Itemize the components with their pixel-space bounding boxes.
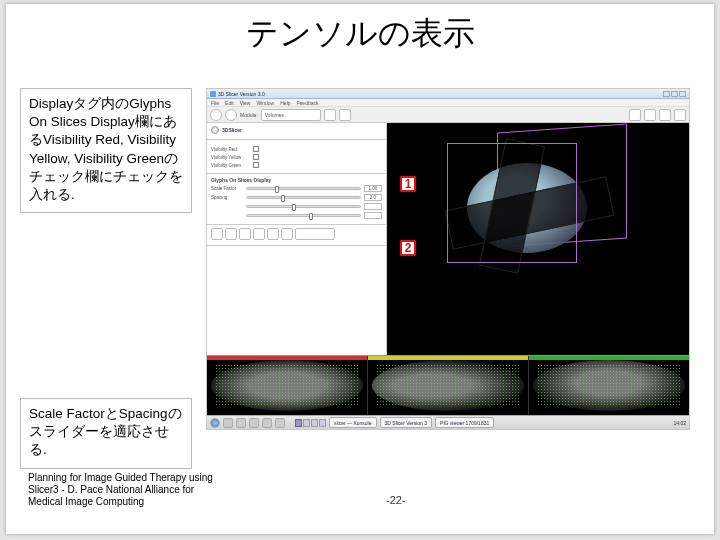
scale-factor-row: Scale Factor 1.00: [211, 185, 382, 192]
scale-factor-thumb[interactable]: [275, 186, 279, 193]
taskbar-icon-1[interactable]: [223, 418, 233, 428]
app-icon: [210, 91, 216, 97]
panel-footer-buttons: [207, 225, 386, 246]
slice-view-red[interactable]: [207, 356, 368, 415]
pager-3[interactable]: [311, 419, 318, 427]
bounding-box-front: [447, 143, 577, 263]
scale-factor-slider[interactable]: [246, 187, 361, 190]
module-label: Module:: [240, 112, 258, 118]
scale-factor-value[interactable]: 1.00: [364, 185, 382, 192]
spacing-slider[interactable]: [246, 196, 361, 199]
menu-file[interactable]: File: [211, 100, 219, 106]
menu-bar: File Edit View Window Help Feedback: [207, 99, 689, 107]
extra-thumb-2[interactable]: [309, 213, 313, 220]
extra-slider-row-2: [211, 212, 382, 219]
taskbar-icon-3[interactable]: [249, 418, 259, 428]
minimize-button[interactable]: [663, 91, 670, 97]
taskbar-icon-4[interactable]: [262, 418, 272, 428]
instruction-box-1: Displayタグ内のGlyphs On Slices Display欄にあるV…: [20, 88, 192, 213]
pager-1[interactable]: [295, 419, 302, 427]
taskbar-icon-2[interactable]: [236, 418, 246, 428]
taskbar-icon-5[interactable]: [275, 418, 285, 428]
desktop-pager[interactable]: [295, 419, 326, 427]
visibility-red-label: Visibility Red: [211, 147, 249, 152]
spacing-thumb[interactable]: [281, 195, 285, 202]
panel-header: 3DSlicer: [211, 126, 382, 134]
taskbar-clock: 14:02: [673, 420, 686, 426]
callout-1: 1: [400, 176, 416, 192]
visibility-yellow-label: Visibility Yellow: [211, 155, 249, 160]
glyphs-section-title: Glyphs On Slices Display: [211, 177, 382, 183]
pager-2[interactable]: [303, 419, 310, 427]
spacing-row: Spacing 2.0: [211, 194, 382, 201]
page-number: -22-: [386, 494, 406, 506]
credit-text: Planning for Image Guided Therapy using …: [28, 472, 228, 508]
panel-header-section: 3DSlicer: [207, 123, 386, 140]
toolbar-layout-icon[interactable]: [629, 109, 641, 121]
slice-view-green[interactable]: [529, 356, 689, 415]
visibility-red-checkbox[interactable]: [253, 146, 259, 152]
module-value: Volumes: [265, 112, 284, 118]
visibility-green-label: Visibility Green: [211, 163, 249, 168]
main-body: 3DSlicer Visibility Red Visibility Yello…: [207, 123, 689, 355]
3d-view[interactable]: [387, 123, 689, 355]
toolbar-screenshot-icon[interactable]: [674, 109, 686, 121]
extra-slider-1[interactable]: [246, 205, 361, 208]
visibility-green-checkbox[interactable]: [253, 162, 259, 168]
extra-value-1[interactable]: [364, 203, 382, 210]
panel-btn-1[interactable]: [211, 228, 223, 240]
extra-slider-row-1: [211, 203, 382, 210]
extra-slider-2[interactable]: [246, 214, 361, 217]
panel-header-label: 3DSlicer: [222, 127, 242, 133]
toolbar-layout2-icon[interactable]: [644, 109, 656, 121]
extra-value-2[interactable]: [364, 212, 382, 219]
spacing-value[interactable]: 2.0: [364, 194, 382, 201]
extra-thumb-1[interactable]: [292, 204, 296, 211]
menu-window[interactable]: Window: [256, 100, 274, 106]
window-titlebar: 3D Slicer Version 3.0: [207, 89, 689, 99]
left-panel: 3DSlicer Visibility Red Visibility Yello…: [207, 123, 387, 355]
toolbar-prev-icon[interactable]: [324, 109, 336, 121]
slice-views-row: [207, 355, 689, 415]
toolbar-layout3-icon[interactable]: [659, 109, 671, 121]
glyphs-visibility-section: Visibility Red Visibility Yellow Visibil…: [207, 140, 386, 174]
module-selector[interactable]: Volumes: [261, 109, 321, 121]
slice-view-yellow[interactable]: [368, 356, 529, 415]
toolbar: Module: Volumes: [207, 107, 689, 123]
panel-btn-2[interactable]: [225, 228, 237, 240]
menu-feedback[interactable]: Feedback: [297, 100, 319, 106]
os-taskbar: slicer — Konsole 3D Slicer Version 3 PlG…: [207, 415, 689, 429]
toolbar-home-icon[interactable]: [210, 109, 222, 121]
panel-btn-5[interactable]: [267, 228, 279, 240]
maximize-button[interactable]: [671, 91, 678, 97]
start-menu-icon[interactable]: [210, 418, 220, 428]
close-button[interactable]: [679, 91, 686, 97]
glyphs-overlay-yellow: [376, 364, 520, 407]
panel-btn-3[interactable]: [239, 228, 251, 240]
spacing-label: Spacing: [211, 195, 243, 200]
glyphs-overlay-green: [537, 364, 681, 407]
scale-factor-label: Scale Factor: [211, 186, 243, 191]
slide: テンソルの表示 Displayタグ内のGlyphs On Slices Disp…: [6, 4, 714, 534]
menu-help[interactable]: Help: [280, 100, 290, 106]
menu-edit[interactable]: Edit: [225, 100, 234, 106]
window-controls: [663, 91, 686, 97]
slide-title: テンソルの表示: [6, 12, 714, 56]
instruction-box-2: Scale FactorとSpacingのスライダーを適応させる.: [20, 398, 192, 469]
toolbar-next-icon[interactable]: [339, 109, 351, 121]
taskbar-window-viewer[interactable]: PlG viewer 1709/1831: [435, 417, 494, 428]
app-knob-icon: [211, 126, 219, 134]
window-title: 3D Slicer Version 3.0: [218, 91, 265, 97]
pager-4[interactable]: [319, 419, 326, 427]
slicer-screenshot: 3D Slicer Version 3.0 File Edit View Win…: [206, 88, 690, 430]
taskbar-window-konsole[interactable]: slicer — Konsole: [329, 417, 377, 428]
taskbar-window-slicer[interactable]: 3D Slicer Version 3: [380, 417, 433, 428]
visibility-yellow-checkbox[interactable]: [253, 154, 259, 160]
panel-btn-6[interactable]: [281, 228, 293, 240]
glyphs-overlay-red: [215, 364, 359, 407]
glyphs-slices-section: Glyphs On Slices Display Scale Factor 1.…: [207, 174, 386, 225]
toolbar-save-icon[interactable]: [225, 109, 237, 121]
menu-view[interactable]: View: [240, 100, 251, 106]
panel-level-box[interactable]: [295, 228, 335, 240]
panel-btn-4[interactable]: [253, 228, 265, 240]
